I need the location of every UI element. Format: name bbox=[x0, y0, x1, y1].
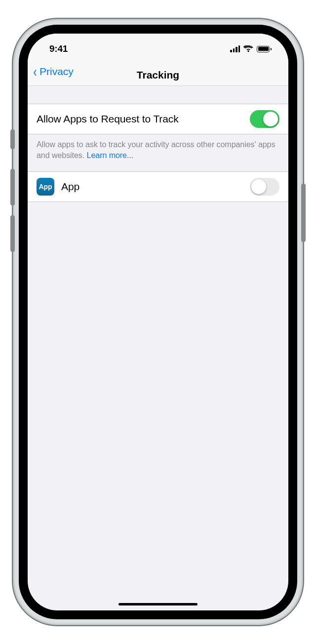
app-tracking-row: AppApp bbox=[28, 171, 288, 202]
status-time: 9:41 bbox=[41, 39, 68, 54]
footer-description: Allow apps to ask to track your activity… bbox=[37, 140, 275, 160]
home-indicator[interactable] bbox=[118, 603, 198, 605]
back-button[interactable]: ‹ Privacy bbox=[33, 64, 74, 79]
chevron-left-icon: ‹ bbox=[34, 64, 37, 79]
allow-apps-to-request-row: Allow Apps to Request to Track bbox=[28, 104, 288, 134]
screen: 9:41 bbox=[28, 34, 288, 610]
status-icons bbox=[230, 40, 275, 52]
phone-frame: 9:41 bbox=[15, 21, 301, 623]
cellular-icon bbox=[230, 45, 240, 52]
allow-apps-toggle[interactable] bbox=[250, 110, 279, 128]
back-button-label: Privacy bbox=[40, 66, 74, 78]
app-name-label: App bbox=[61, 181, 243, 193]
allow-apps-label: Allow Apps to Request to Track bbox=[37, 113, 243, 125]
wifi-icon bbox=[243, 45, 253, 52]
app-icon: App bbox=[37, 178, 54, 196]
volume-down-button bbox=[10, 215, 15, 252]
status-bar: 9:41 bbox=[28, 34, 288, 59]
app-tracking-toggle[interactable] bbox=[250, 178, 279, 196]
learn-more-link[interactable]: Learn more... bbox=[87, 151, 134, 160]
section-footer: Allow apps to ask to track your activity… bbox=[28, 134, 288, 171]
volume-up-button bbox=[10, 169, 15, 205]
battery-icon bbox=[257, 46, 272, 52]
mute-switch bbox=[10, 129, 15, 149]
side-button bbox=[301, 184, 306, 242]
settings-content: Allow Apps to Request to Track Allow app… bbox=[28, 86, 288, 202]
